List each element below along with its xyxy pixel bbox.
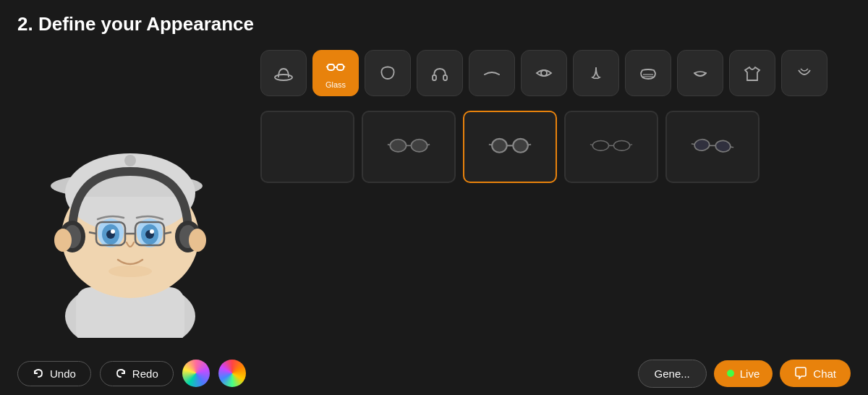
category-glass-label: Glass xyxy=(326,80,346,89)
category-tab-hat[interactable] xyxy=(260,50,307,96)
live-label: Live xyxy=(740,368,760,380)
svg-rect-34 xyxy=(443,75,447,80)
svg-line-50 xyxy=(489,145,492,145)
svg-rect-33 xyxy=(433,75,436,80)
svg-line-55 xyxy=(590,145,592,145)
category-tab-hair[interactable] xyxy=(365,50,411,96)
generate-button[interactable]: Gene... xyxy=(638,360,707,388)
category-tab-mouth[interactable] xyxy=(677,50,723,96)
undo-button[interactable]: Undo xyxy=(17,361,91,386)
svg-rect-28 xyxy=(328,64,334,70)
item-thin[interactable] xyxy=(564,111,658,183)
svg-line-43 xyxy=(388,145,390,145)
item-round[interactable] xyxy=(463,111,557,183)
editor-section: Glass xyxy=(246,43,854,387)
svg-line-32 xyxy=(344,67,345,67)
page-title: 2. Define your Appearance xyxy=(0,0,868,43)
color-picker-1[interactable] xyxy=(182,360,210,387)
bottom-left-actions: Undo Redo xyxy=(17,360,246,387)
svg-point-24 xyxy=(109,266,152,277)
live-indicator xyxy=(727,370,734,377)
svg-point-18 xyxy=(150,229,154,234)
undo-icon xyxy=(33,368,44,379)
svg-line-63 xyxy=(731,147,733,148)
category-tab-glass[interactable]: Glass xyxy=(312,50,359,96)
redo-icon xyxy=(115,368,127,379)
item-tinted[interactable] xyxy=(665,111,760,183)
color-picker-2[interactable] xyxy=(218,360,246,387)
chat-label: Chat xyxy=(813,368,836,380)
category-tab-eyebrow[interactable] xyxy=(469,50,515,96)
svg-line-62 xyxy=(692,144,694,145)
category-tab-headphone[interactable] xyxy=(417,50,463,96)
svg-line-31 xyxy=(326,67,328,67)
svg-point-35 xyxy=(541,70,547,76)
redo-label: Redo xyxy=(132,368,158,380)
category-tab-mask[interactable] xyxy=(625,50,671,96)
svg-line-51 xyxy=(528,145,531,145)
redo-button[interactable]: Redo xyxy=(100,361,174,386)
svg-point-53 xyxy=(613,140,629,150)
category-tabs: Glass xyxy=(260,50,839,96)
chat-icon xyxy=(794,367,807,380)
svg-point-17 xyxy=(111,229,115,234)
bottom-bar: Undo Redo Gene... Live Chat xyxy=(0,352,868,395)
svg-line-56 xyxy=(630,145,632,145)
category-tab-collar[interactable] xyxy=(781,50,827,96)
items-grid xyxy=(260,111,839,183)
category-tab-nose[interactable] xyxy=(573,50,619,96)
svg-point-26 xyxy=(189,229,206,252)
svg-point-27 xyxy=(275,75,292,80)
undo-label: Undo xyxy=(50,368,76,380)
svg-point-52 xyxy=(592,140,608,150)
chat-button[interactable]: Chat xyxy=(780,360,851,387)
category-tab-shirt[interactable] xyxy=(729,50,775,96)
live-button[interactable]: Live xyxy=(714,360,773,387)
generate-label: Gene... xyxy=(655,368,690,380)
bottom-right-actions: Gene... Live Chat xyxy=(638,360,851,388)
item-none[interactable] xyxy=(260,111,354,183)
avatar xyxy=(33,92,228,338)
svg-line-44 xyxy=(427,145,430,145)
item-aviator[interactable] xyxy=(362,111,456,183)
category-tab-eye[interactable] xyxy=(521,50,567,96)
avatar-section xyxy=(14,43,246,387)
svg-rect-29 xyxy=(337,64,344,70)
svg-point-25 xyxy=(54,229,72,252)
svg-point-6 xyxy=(124,155,136,166)
